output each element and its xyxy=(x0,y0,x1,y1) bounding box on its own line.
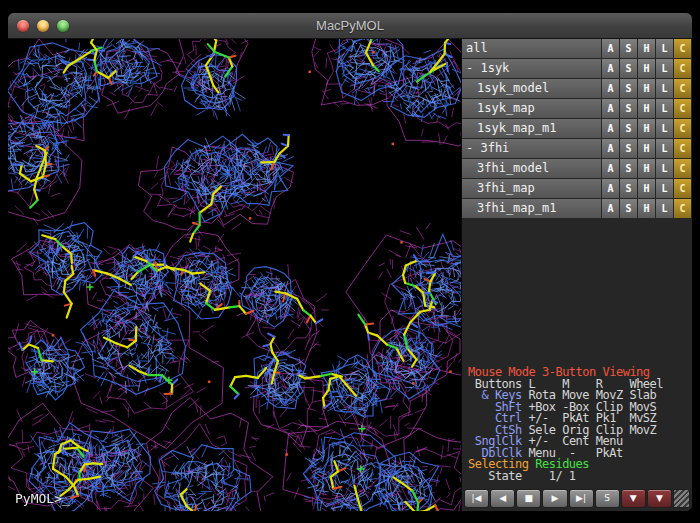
object-l-button[interactable]: L xyxy=(656,179,673,198)
object-row: 1syk_modelASHLC xyxy=(462,79,692,98)
close-button[interactable] xyxy=(17,20,29,32)
object-s-button[interactable]: S xyxy=(620,159,637,178)
object-c-button[interactable]: C xyxy=(674,59,691,78)
object-c-button[interactable]: C xyxy=(674,179,691,198)
object-h-button[interactable]: H xyxy=(638,119,655,138)
object-c-button[interactable]: C xyxy=(674,199,691,218)
window-content: PyMOL>_ allASHLC- 1sykASHLC1syk_modelASH… xyxy=(8,39,692,511)
object-row: 3fhi_map_m1ASHLC xyxy=(462,199,692,218)
molecular-render[interactable] xyxy=(8,39,461,511)
command-prompt[interactable]: PyMOL>_ xyxy=(15,491,70,506)
object-l-button[interactable]: L xyxy=(656,99,673,118)
traffic-lights xyxy=(17,13,69,38)
object-row: 3fhi_modelASHLC xyxy=(462,159,692,178)
playback-controls: |◀◀■▶▶|S▼▼ xyxy=(462,486,692,511)
fast-forward-button[interactable]: ▶| xyxy=(569,489,594,508)
object-row: - 3fhiASHLC xyxy=(462,139,692,158)
object-s-button[interactable]: S xyxy=(620,139,637,158)
object-c-button[interactable]: C xyxy=(674,79,691,98)
object-list: allASHLC- 1sykASHLC1syk_modelASHLC1syk_m… xyxy=(462,39,692,219)
object-a-button[interactable]: A xyxy=(602,159,619,178)
mouse-panel-text: State 1/ 1 xyxy=(468,469,576,483)
object-c-button[interactable]: C xyxy=(674,139,691,158)
s-button[interactable]: S xyxy=(595,489,620,508)
object-a-button[interactable]: A xyxy=(602,59,619,78)
object-s-button[interactable]: S xyxy=(620,199,637,218)
object-a-button[interactable]: A xyxy=(602,179,619,198)
macpymol-window: MacPyMOL PyMOL>_ allASHLC- 1sykASHLC1syk… xyxy=(8,13,692,511)
object-row: 3fhi_mapASHLC xyxy=(462,179,692,198)
object-c-button[interactable]: C xyxy=(674,119,691,138)
object-a-button[interactable]: A xyxy=(602,119,619,138)
dropdown-2-button[interactable]: ▼ xyxy=(647,489,672,508)
object-c-button[interactable]: C xyxy=(674,99,691,118)
object-s-button[interactable]: S xyxy=(620,99,637,118)
object-h-button[interactable]: H xyxy=(638,39,655,58)
object-s-button[interactable]: S xyxy=(620,79,637,98)
object-h-button[interactable]: H xyxy=(638,199,655,218)
object-l-button[interactable]: L xyxy=(656,119,673,138)
object-h-button[interactable]: H xyxy=(638,59,655,78)
sidebar: allASHLC- 1sykASHLC1syk_modelASHLC1syk_m… xyxy=(461,39,692,511)
object-l-button[interactable]: L xyxy=(656,199,673,218)
object-l-button[interactable]: L xyxy=(656,39,673,58)
object-row: - 1sykASHLC xyxy=(462,59,692,78)
object-l-button[interactable]: L xyxy=(656,159,673,178)
state-line[interactable]: State 1/ 1 xyxy=(468,471,689,483)
object-a-button[interactable]: A xyxy=(602,39,619,58)
object-h-button[interactable]: H xyxy=(638,179,655,198)
object-l-button[interactable]: L xyxy=(656,59,673,78)
resize-grip[interactable] xyxy=(673,489,690,508)
object-s-button[interactable]: S xyxy=(620,179,637,198)
object-name[interactable]: 3fhi_map xyxy=(462,179,601,198)
rewind-button[interactable]: |◀ xyxy=(464,489,489,508)
object-name[interactable]: 1syk_map xyxy=(462,99,601,118)
object-a-button[interactable]: A xyxy=(602,79,619,98)
object-l-button[interactable]: L xyxy=(656,79,673,98)
viewport[interactable]: PyMOL>_ xyxy=(8,39,461,511)
sidebar-spacer xyxy=(462,219,692,365)
object-h-button[interactable]: H xyxy=(638,79,655,98)
step-back-button[interactable]: ◀ xyxy=(490,489,515,508)
object-h-button[interactable]: H xyxy=(638,99,655,118)
mouse-panel: Mouse Mode 3-Button Viewing Buttons L M … xyxy=(462,365,692,486)
object-name[interactable]: - 3fhi xyxy=(462,139,601,158)
stop-button[interactable]: ■ xyxy=(516,489,541,508)
object-row: 1syk_map_m1ASHLC xyxy=(462,119,692,138)
object-name[interactable]: 3fhi_map_m1 xyxy=(462,199,601,218)
object-h-button[interactable]: H xyxy=(638,159,655,178)
object-a-button[interactable]: A xyxy=(602,139,619,158)
object-a-button[interactable]: A xyxy=(602,99,619,118)
object-c-button[interactable]: C xyxy=(674,159,691,178)
object-a-button[interactable]: A xyxy=(602,199,619,218)
zoom-button[interactable] xyxy=(57,20,69,32)
object-name[interactable]: - 1syk xyxy=(462,59,601,78)
object-l-button[interactable]: L xyxy=(656,139,673,158)
object-row: allASHLC xyxy=(462,39,692,58)
minimize-button[interactable] xyxy=(37,20,49,32)
object-h-button[interactable]: H xyxy=(638,139,655,158)
object-s-button[interactable]: S xyxy=(620,59,637,78)
object-name[interactable]: 1syk_map_m1 xyxy=(462,119,601,138)
dropdown-1-button[interactable]: ▼ xyxy=(621,489,646,508)
object-c-button[interactable]: C xyxy=(674,39,691,58)
titlebar[interactable]: MacPyMOL xyxy=(8,13,692,39)
object-name[interactable]: all xyxy=(462,39,601,58)
window-title: MacPyMOL xyxy=(316,18,384,33)
object-s-button[interactable]: S xyxy=(620,119,637,138)
object-row: 1syk_mapASHLC xyxy=(462,99,692,118)
play-button[interactable]: ▶ xyxy=(542,489,567,508)
object-s-button[interactable]: S xyxy=(620,39,637,58)
object-name[interactable]: 1syk_model xyxy=(462,79,601,98)
object-name[interactable]: 3fhi_model xyxy=(462,159,601,178)
desktop: MacPyMOL PyMOL>_ allASHLC- 1sykASHLC1syk… xyxy=(0,0,700,523)
